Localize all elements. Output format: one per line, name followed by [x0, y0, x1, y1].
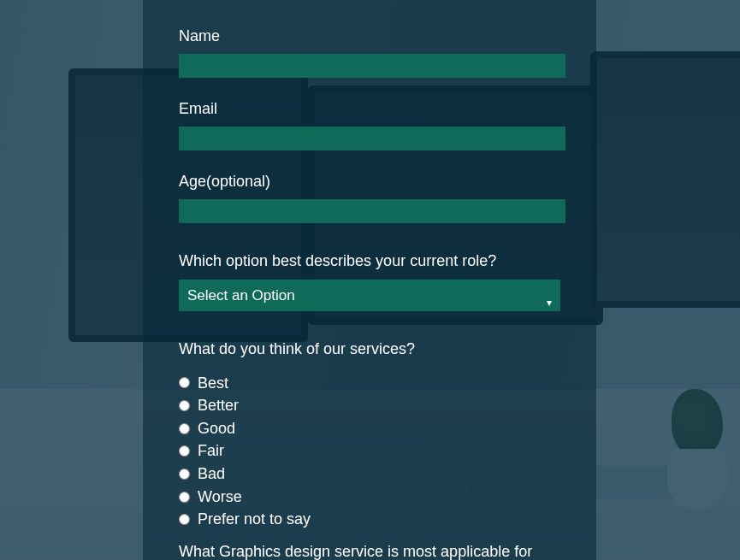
- rating-option[interactable]: Prefer not to say: [179, 508, 560, 531]
- role-question: Which option best describes your current…: [179, 251, 560, 271]
- rating-option[interactable]: Worse: [179, 486, 560, 509]
- rating-radio[interactable]: [179, 423, 190, 434]
- rating-radio[interactable]: [179, 377, 190, 388]
- services-question: What do you think of our services?: [179, 339, 560, 359]
- rating-label: Fair: [198, 439, 224, 463]
- rating-label: Good: [198, 417, 235, 440]
- age-label: Age(optional): [179, 173, 560, 191]
- rating-option[interactable]: Best: [179, 372, 560, 395]
- rating-option[interactable]: Fair: [179, 439, 560, 463]
- rating-radio[interactable]: [179, 400, 190, 411]
- rating-label: Prefer not to say: [198, 508, 311, 531]
- rating-radio-group: Best Better Good Fair Bad Worse Prefer n…: [179, 372, 560, 531]
- role-select[interactable]: Select an Option: [179, 280, 560, 311]
- age-input[interactable]: [179, 199, 565, 223]
- rating-radio[interactable]: [179, 469, 190, 480]
- rating-label: Better: [198, 394, 239, 417]
- rating-radio[interactable]: [179, 492, 190, 503]
- rating-option[interactable]: Good: [179, 417, 560, 440]
- email-input[interactable]: [179, 127, 565, 150]
- rating-option[interactable]: Bad: [179, 463, 560, 486]
- rating-radio[interactable]: [179, 445, 190, 457]
- rating-label: Bad: [198, 463, 225, 486]
- graphics-question: What Graphics design service is most app…: [179, 541, 547, 560]
- name-label: Name: [179, 27, 560, 45]
- rating-radio[interactable]: [179, 514, 190, 525]
- rating-label: Best: [198, 372, 228, 395]
- rating-label: Worse: [198, 486, 242, 509]
- email-label: Email: [179, 100, 560, 118]
- name-input[interactable]: [179, 54, 565, 78]
- survey-form-panel: Name Email Age(optional) Which option be…: [143, 0, 596, 560]
- rating-option[interactable]: Better: [179, 394, 560, 417]
